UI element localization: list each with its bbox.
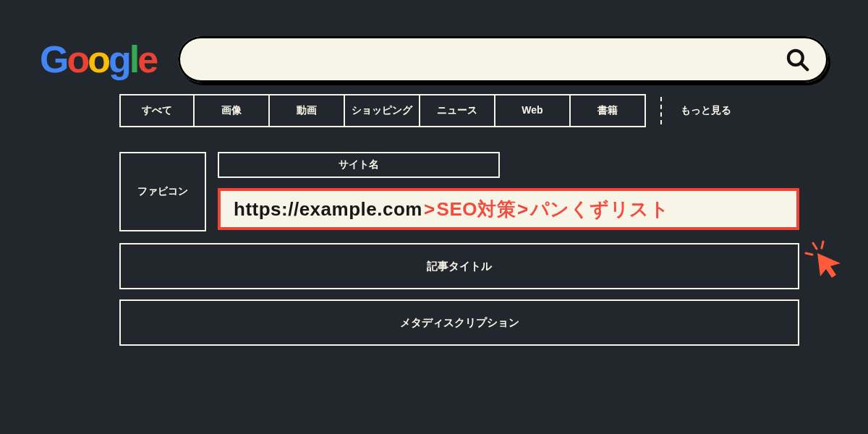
svg-line-4 (822, 242, 823, 248)
breadcrumb-seg-2: パンくずリスト (530, 197, 670, 222)
tab-all[interactable]: すべて (119, 94, 195, 127)
site-name-box: サイト名 (218, 152, 500, 178)
tabs-divider (660, 97, 662, 124)
cursor-click-icon (803, 239, 846, 285)
meta-description-box: メタディスクリプション (119, 299, 799, 346)
breadcrumb-sep-1: > (422, 198, 437, 221)
article-title-box: 記事タイトル (119, 243, 799, 289)
tab-web[interactable]: Web (494, 94, 571, 127)
tab-videos[interactable]: 動画 (268, 94, 345, 127)
svg-line-1 (801, 64, 808, 70)
svg-line-2 (813, 243, 817, 249)
breadcrumb-seg-1: SEO対策 (437, 197, 516, 222)
breadcrumb-box: https://example.com > SEO対策 > パンくずリスト (218, 188, 799, 230)
search-tabs: すべて 画像 動画 ショッピング ニュース Web 書籍 もっと見る (119, 94, 828, 127)
tab-more[interactable]: もっと見る (678, 94, 734, 127)
favicon-box: ファビコン (119, 152, 206, 231)
google-logo: Google (40, 38, 156, 81)
tab-shopping[interactable]: ショッピング (344, 94, 420, 127)
search-icon (785, 47, 809, 72)
tab-books[interactable]: 書籍 (569, 94, 646, 127)
tab-images[interactable]: 画像 (193, 94, 270, 127)
breadcrumb-sep-2: > (516, 198, 530, 221)
breadcrumb-url: https://example.com (234, 198, 422, 221)
search-input[interactable] (178, 36, 828, 82)
tab-news[interactable]: ニュース (419, 94, 495, 127)
svg-line-3 (806, 253, 812, 255)
search-result: ファビコン サイト名 https://example.com > SEO対策 >… (119, 152, 799, 346)
